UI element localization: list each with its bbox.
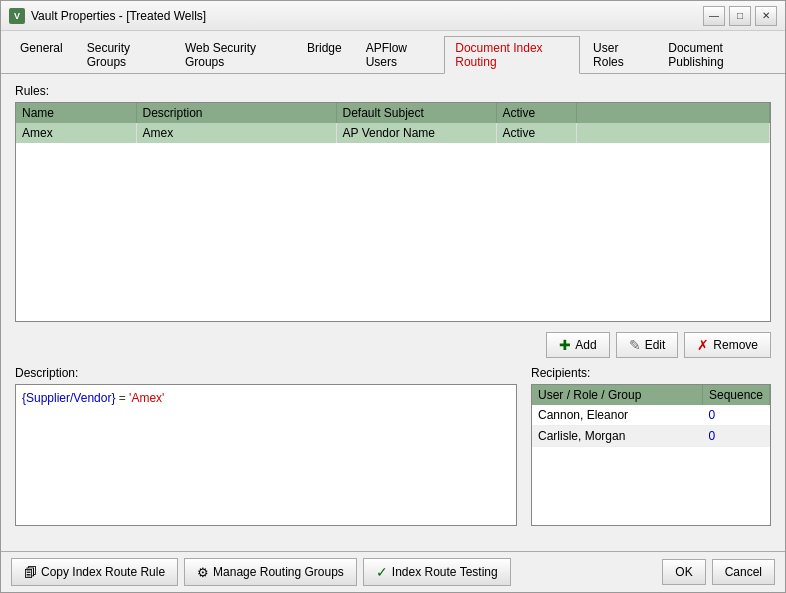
col-active: Active (496, 103, 576, 123)
col-name: Name (16, 103, 136, 123)
col-default-subject: Default Subject (336, 103, 496, 123)
copy-index-route-rule-button[interactable]: 🗐 Copy Index Route Rule (11, 558, 178, 586)
col-sequence: Sequence (702, 385, 769, 405)
titlebar-left: V Vault Properties - [Treated Wells] (9, 8, 206, 24)
remove-label: Remove (713, 338, 758, 352)
rules-table: Name Description Default Subject Active … (16, 103, 770, 143)
main-content: Rules: Name Description Default Subject … (1, 74, 785, 551)
window-title: Vault Properties - [Treated Wells] (31, 9, 206, 23)
rules-label: Rules: (15, 84, 771, 98)
ok-button[interactable]: OK (662, 559, 705, 585)
description-box: {Supplier/Vendor} = 'Amex' (15, 384, 517, 526)
row-active: Active (496, 123, 576, 143)
row-description: Amex (136, 123, 336, 143)
ok-label: OK (675, 565, 692, 579)
maximize-button[interactable]: □ (729, 6, 751, 26)
cancel-label: Cancel (725, 565, 762, 579)
tab-apflow-users[interactable]: APFlow Users (355, 36, 443, 74)
check-icon: ✓ (376, 564, 388, 580)
tab-security-groups[interactable]: Security Groups (76, 36, 172, 74)
recipient-user-1: Carlisle, Morgan (532, 426, 702, 447)
description-operator: = (115, 391, 129, 405)
add-button[interactable]: ✚ Add (546, 332, 609, 358)
recipient-seq-1: 0 (702, 426, 769, 447)
copy-label: Copy Index Route Rule (41, 565, 165, 579)
manage-routing-groups-button[interactable]: ⚙ Manage Routing Groups (184, 558, 357, 586)
recipients-table-container: User / Role / Group Sequence Cannon, Ele… (531, 384, 771, 526)
gear-icon: ⚙ (197, 565, 209, 580)
tab-user-roles[interactable]: User Roles (582, 36, 655, 74)
test-label: Index Route Testing (392, 565, 498, 579)
action-row: ✚ Add ✎ Edit ✗ Remove (15, 332, 771, 358)
remove-icon: ✗ (697, 337, 709, 353)
description-value: 'Amex' (129, 391, 164, 405)
bottombar: 🗐 Copy Index Route Rule ⚙ Manage Routing… (1, 551, 785, 592)
window-controls: — □ ✕ (703, 6, 777, 26)
description-label: Description: (15, 366, 517, 380)
add-label: Add (575, 338, 596, 352)
tab-document-index-routing[interactable]: Document Index Routing (444, 36, 580, 74)
table-row[interactable]: Amex Amex AP Vendor Name Active (16, 123, 770, 143)
app-icon: V (9, 8, 25, 24)
rules-section: Rules: Name Description Default Subject … (15, 84, 771, 322)
cancel-button[interactable]: Cancel (712, 559, 775, 585)
close-button[interactable]: ✕ (755, 6, 777, 26)
rules-table-container: Name Description Default Subject Active … (15, 102, 771, 322)
tab-general[interactable]: General (9, 36, 74, 74)
row-name: Amex (16, 123, 136, 143)
add-icon: ✚ (559, 337, 571, 353)
col-description: Description (136, 103, 336, 123)
manage-label: Manage Routing Groups (213, 565, 344, 579)
col-spacer (576, 103, 770, 123)
tab-document-publishing[interactable]: Document Publishing (657, 36, 777, 74)
index-route-testing-button[interactable]: ✓ Index Route Testing (363, 558, 511, 586)
list-item[interactable]: Carlisle, Morgan 0 (532, 426, 770, 447)
recipients-label: Recipients: (531, 366, 771, 380)
titlebar: V Vault Properties - [Treated Wells] — □… (1, 1, 785, 31)
recipients-table: User / Role / Group Sequence Cannon, Ele… (532, 385, 770, 447)
description-supplier: {Supplier/Vendor} (22, 391, 115, 405)
recipients-panel: Recipients: User / Role / Group Sequence… (531, 366, 771, 526)
row-default-subject: AP Vendor Name (336, 123, 496, 143)
tab-bridge[interactable]: Bridge (296, 36, 353, 74)
edit-label: Edit (645, 338, 666, 352)
bottombar-left: 🗐 Copy Index Route Rule ⚙ Manage Routing… (11, 558, 511, 586)
minimize-button[interactable]: — (703, 6, 725, 26)
list-item[interactable]: Cannon, Eleanor 0 (532, 405, 770, 426)
tabbar: General Security Groups Web Security Gro… (1, 31, 785, 74)
bottombar-right: OK Cancel (662, 559, 775, 585)
col-user-role-group: User / Role / Group (532, 385, 702, 405)
row-spacer (576, 123, 770, 143)
remove-button[interactable]: ✗ Remove (684, 332, 771, 358)
copy-icon: 🗐 (24, 565, 37, 580)
lower-section: Description: {Supplier/Vendor} = 'Amex' … (15, 366, 771, 526)
edit-button[interactable]: ✎ Edit (616, 332, 679, 358)
main-window: V Vault Properties - [Treated Wells] — □… (0, 0, 786, 593)
edit-icon: ✎ (629, 337, 641, 353)
recipient-seq-0: 0 (702, 405, 769, 426)
tab-web-security-groups[interactable]: Web Security Groups (174, 36, 294, 74)
description-panel: Description: {Supplier/Vendor} = 'Amex' (15, 366, 517, 526)
recipient-user-0: Cannon, Eleanor (532, 405, 702, 426)
